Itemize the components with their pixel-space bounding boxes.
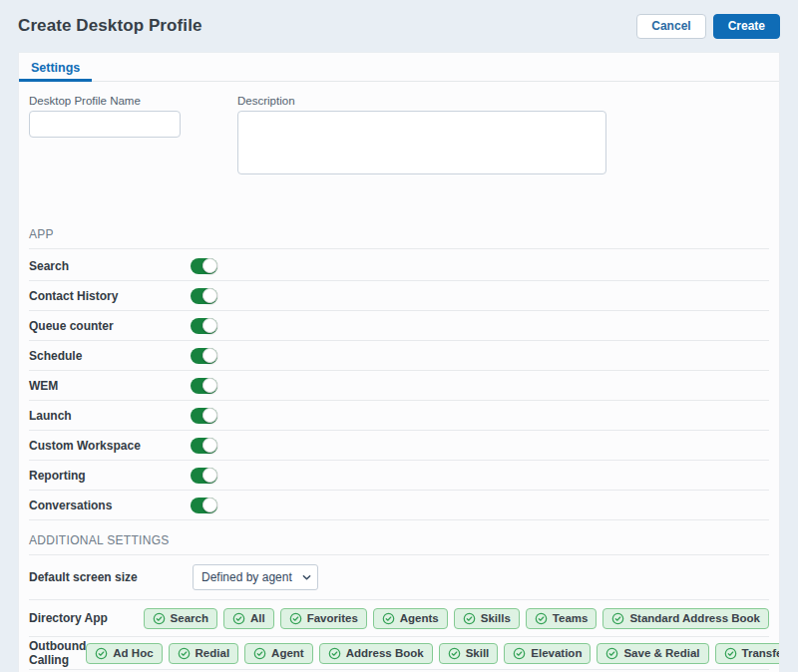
toggle-row-label: Contact History bbox=[29, 289, 191, 303]
name-field-label: Desktop Profile Name bbox=[29, 95, 181, 107]
chip-directory-favorites[interactable]: Favorites bbox=[280, 608, 367, 629]
check-circle-icon bbox=[724, 647, 737, 660]
toggle-row-label: Queue counter bbox=[29, 319, 191, 333]
toggle-switch-search[interactable] bbox=[191, 258, 217, 274]
chip-label: Redial bbox=[196, 647, 230, 659]
check-circle-icon bbox=[95, 647, 108, 660]
toggle-knob bbox=[202, 348, 217, 363]
chip-outbound-save-and-redial[interactable]: Save & Redial bbox=[597, 643, 708, 664]
section-title-additional-settings: ADDITIONAL SETTINGS bbox=[29, 533, 769, 555]
chip-label: Address Book bbox=[346, 647, 424, 659]
chip-label: Standard Address Book bbox=[629, 612, 760, 624]
cancel-button[interactable]: Cancel bbox=[636, 14, 705, 39]
chip-label: Favorites bbox=[307, 612, 358, 624]
chip-outbound-agent[interactable]: Agent bbox=[244, 643, 313, 664]
section-title-app: APP bbox=[29, 227, 769, 249]
toggle-switch-contact-history[interactable] bbox=[191, 288, 217, 304]
toggle-switch-custom-workspace[interactable] bbox=[191, 438, 217, 454]
page-header: Create Desktop Profile Cancel Create bbox=[0, 0, 798, 52]
toggle-knob bbox=[202, 408, 217, 423]
toggle-row-label: Launch bbox=[29, 409, 191, 423]
app-toggle-list: Search Contact History Queue counter Sch… bbox=[29, 251, 769, 520]
check-circle-icon bbox=[513, 647, 526, 660]
chip-directory-skills[interactable]: Skills bbox=[454, 608, 520, 629]
chip-label: Agent bbox=[271, 647, 304, 659]
toggle-knob bbox=[202, 258, 217, 273]
chip-directory-all[interactable]: All bbox=[223, 608, 274, 629]
chip-label: Search bbox=[171, 612, 208, 624]
tab-settings[interactable]: Settings bbox=[19, 55, 92, 81]
toggle-row-queue-counter: Queue counter bbox=[29, 311, 769, 341]
toggle-knob bbox=[202, 378, 217, 393]
toggle-row-schedule: Schedule bbox=[29, 341, 769, 371]
chip-label: Skills bbox=[481, 612, 511, 624]
chip-outbound-address-book[interactable]: Address Book bbox=[319, 643, 433, 664]
default-screen-size-row: Default screen size Defined by agent bbox=[29, 555, 769, 600]
toggle-switch-queue-counter[interactable] bbox=[191, 318, 217, 334]
check-circle-icon bbox=[611, 612, 624, 625]
toggle-knob bbox=[202, 438, 217, 453]
check-circle-icon bbox=[328, 647, 341, 660]
outbound-calling-chips: Ad Hoc Redial Agent Address Book Skill E… bbox=[86, 643, 780, 664]
header-actions: Cancel Create bbox=[636, 14, 780, 39]
check-circle-icon bbox=[178, 647, 191, 660]
chip-outbound-redial[interactable]: Redial bbox=[169, 643, 239, 664]
check-circle-icon bbox=[382, 612, 395, 625]
toggle-row-label: Search bbox=[29, 259, 191, 273]
description-field-label: Description bbox=[237, 95, 606, 107]
chip-label: Ad Hoc bbox=[113, 647, 153, 659]
toggle-switch-schedule[interactable] bbox=[191, 348, 217, 364]
directory-app-chips: Search All Favorites Agents Skills Teams… bbox=[144, 608, 769, 629]
default-screen-size-label: Default screen size bbox=[29, 570, 193, 584]
toggle-switch-reporting[interactable] bbox=[191, 468, 217, 484]
default-screen-size-select-wrap: Defined by agent bbox=[193, 564, 318, 590]
toggle-row-label: WEM bbox=[29, 379, 191, 393]
create-button[interactable]: Create bbox=[713, 14, 780, 39]
toggle-row-label: Reporting bbox=[29, 469, 191, 483]
toggle-row-custom-workspace: Custom Workspace bbox=[29, 431, 769, 461]
chip-label: Elevation bbox=[531, 647, 582, 659]
chip-label: Agents bbox=[400, 612, 439, 624]
directory-app-label: Directory App bbox=[29, 611, 144, 625]
chip-outbound-ad-hoc[interactable]: Ad Hoc bbox=[86, 643, 162, 664]
description-field-group: Description bbox=[237, 95, 606, 178]
toggle-row-wem: WEM bbox=[29, 371, 769, 401]
chip-directory-standard-address-book[interactable]: Standard Address Book bbox=[602, 608, 769, 629]
chip-outbound-skill[interactable]: Skill bbox=[439, 643, 499, 664]
toggle-row-reporting: Reporting bbox=[29, 461, 769, 491]
toggle-row-contact-history: Contact History bbox=[29, 281, 769, 311]
description-textarea[interactable] bbox=[237, 111, 606, 174]
toggle-switch-launch[interactable] bbox=[191, 408, 217, 424]
toggle-row-label: Conversations bbox=[29, 499, 191, 512]
default-screen-size-select[interactable]: Defined by agent bbox=[193, 564, 318, 590]
toggle-switch-conversations[interactable] bbox=[191, 498, 217, 513]
chip-directory-agents[interactable]: Agents bbox=[373, 608, 448, 629]
chip-label: Skill bbox=[466, 647, 490, 659]
desktop-profile-name-input[interactable] bbox=[29, 111, 181, 138]
check-circle-icon bbox=[463, 612, 476, 625]
name-field-group: Desktop Profile Name bbox=[29, 95, 181, 178]
profile-form: Desktop Profile Name Description bbox=[29, 82, 769, 178]
toggle-knob bbox=[202, 498, 217, 512]
chip-directory-teams[interactable]: Teams bbox=[526, 608, 598, 629]
chip-label: Teams bbox=[553, 612, 589, 624]
chip-label: Save & Redial bbox=[623, 647, 699, 659]
check-circle-icon bbox=[253, 647, 266, 660]
toggle-row-conversations: Conversations bbox=[29, 491, 769, 520]
check-circle-icon bbox=[535, 612, 548, 625]
card-content: Desktop Profile Name Description APP Sea… bbox=[19, 82, 779, 670]
check-circle-icon bbox=[605, 647, 618, 660]
toggle-row-launch: Launch bbox=[29, 401, 769, 431]
toggle-row-search: Search bbox=[29, 251, 769, 281]
chip-label: Transfer bbox=[742, 647, 780, 659]
toggle-knob bbox=[202, 468, 217, 483]
toggle-knob bbox=[202, 288, 217, 303]
chip-outbound-elevation[interactable]: Elevation bbox=[504, 643, 591, 664]
toggle-switch-wem[interactable] bbox=[191, 378, 217, 394]
outbound-calling-label: Outbound Calling bbox=[29, 639, 86, 667]
chip-outbound-transfer[interactable]: Transfer bbox=[715, 643, 780, 664]
check-circle-icon bbox=[153, 612, 166, 625]
check-circle-icon bbox=[289, 612, 302, 625]
toggle-knob bbox=[202, 318, 217, 333]
chip-directory-search[interactable]: Search bbox=[144, 608, 217, 629]
